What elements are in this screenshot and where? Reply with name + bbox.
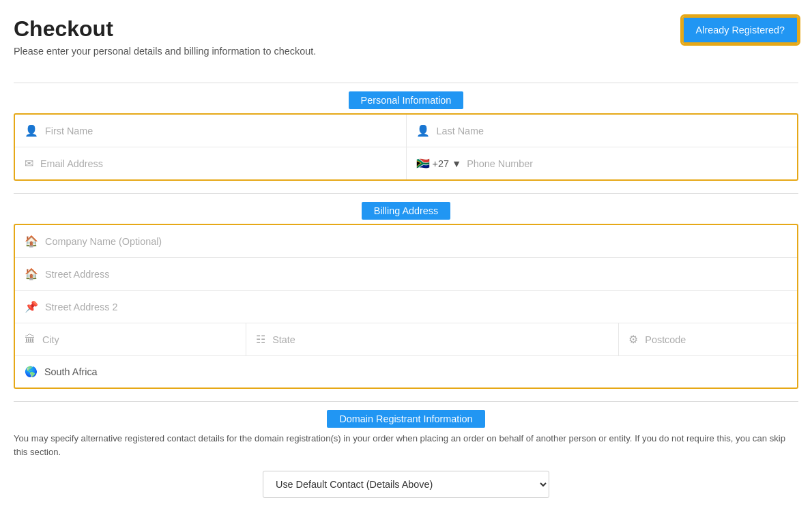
city-input[interactable] — [42, 334, 236, 345]
country-field: 🌎 South Africa — [15, 356, 797, 388]
street-input[interactable] — [45, 269, 787, 280]
domain-info-label: Domain Registrant Information — [327, 410, 484, 428]
last-name-field: 👤 — [407, 115, 798, 147]
billing-address-label: Billing Address — [362, 202, 450, 220]
country-value: South Africa — [44, 366, 98, 377]
page-title: Checkout — [14, 16, 682, 42]
state-field: ☷ — [246, 323, 619, 355]
company-field: 🏠 — [15, 225, 797, 257]
billing-address-section: 🏠 🏠 📌 🏛 ☷ ⚙ 🌎 S — [14, 224, 798, 389]
street-row: 🏠 — [15, 258, 797, 291]
contact-row: ✉ 🇿🇦 +27 ▼ — [15, 147, 797, 179]
phone-dropdown-icon: ▼ — [452, 158, 461, 169]
email-field: ✉ — [15, 147, 407, 179]
street2-row: 📌 — [15, 291, 797, 323]
page-subtitle: Please enter your personal details and b… — [14, 46, 682, 57]
street2-field: 📌 — [15, 291, 797, 323]
person-icon: 👤 — [25, 124, 38, 137]
postcode-icon: ⚙ — [628, 333, 638, 346]
street2-input[interactable] — [45, 302, 787, 312]
company-input[interactable] — [45, 236, 787, 247]
domain-description: You may specify alternative registered c… — [14, 432, 798, 458]
person-icon-2: 👤 — [416, 124, 430, 137]
name-row: 👤 👤 — [15, 115, 797, 147]
last-name-input[interactable] — [437, 126, 788, 136]
street-field: 🏠 — [15, 258, 797, 290]
building-icon: 🏠 — [25, 235, 38, 248]
postcode-field: ⚙ — [619, 323, 797, 355]
already-registered-button[interactable]: Already Registered? — [682, 16, 798, 44]
first-name-input[interactable] — [45, 126, 396, 136]
phone-prefix[interactable]: 🇿🇦 +27 ▼ — [416, 157, 462, 170]
first-name-field: 👤 — [15, 115, 407, 147]
globe-icon: 🌎 — [25, 366, 38, 378]
address-icon: 🏠 — [25, 267, 38, 280]
email-input[interactable] — [40, 158, 396, 169]
state-input[interactable] — [272, 334, 609, 345]
company-row: 🏠 — [15, 225, 797, 258]
email-icon: ✉ — [25, 157, 33, 170]
phone-field: 🇿🇦 +27 ▼ — [407, 147, 798, 179]
personal-info-label: Personal Information — [349, 91, 464, 109]
country-row: 🌎 South Africa — [15, 356, 797, 388]
personal-info-section: 👤 👤 ✉ 🇿🇦 +27 ▼ — [14, 113, 798, 181]
city-field: 🏛 — [15, 323, 246, 355]
state-icon: ☷ — [256, 333, 265, 346]
postcode-input[interactable] — [645, 334, 787, 345]
pin-icon: 📌 — [25, 300, 38, 313]
phone-input[interactable] — [467, 158, 787, 169]
phone-code: +27 — [433, 158, 449, 169]
flag-icon: 🇿🇦 — [416, 157, 430, 170]
city-icon: 🏛 — [25, 334, 35, 346]
domain-contact-select[interactable]: Use Default Contact (Details Above) — [263, 471, 549, 498]
city-state-post-row: 🏛 ☷ ⚙ — [15, 323, 797, 356]
